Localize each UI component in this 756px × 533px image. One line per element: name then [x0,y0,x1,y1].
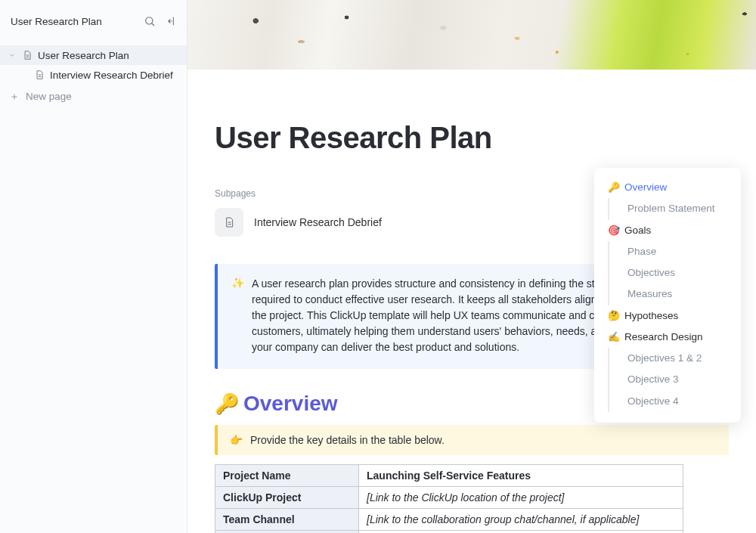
toc-item[interactable]: 🤔Hypotheses [597,305,738,327]
sidebar-item-root[interactable]: User Research Plan [0,45,187,65]
table-row: Team Channel[Link to the collaboration g… [215,509,683,531]
toc-item-icon: ✍️ [608,330,620,345]
svg-line-1 [152,23,154,26]
page-title: User Research Plan [215,121,729,155]
toc-item-label: Measures [627,287,672,302]
sparkle-icon: ✨ [231,277,244,355]
toc-item[interactable]: Objectives 1 & 2 [608,348,738,369]
plus-icon [9,91,20,102]
toc-item[interactable]: Problem Statement [608,198,738,219]
table-key: Project Name [215,465,359,487]
table-value[interactable]: [Link to the collaboration group chat/ch… [359,509,683,531]
new-page-label: New page [26,91,72,102]
overview-table: Project NameLaunching Self-Service Featu… [215,464,683,533]
toc-panel: 🔑OverviewProblem Statement🎯GoalsPhaseObj… [594,168,741,423]
search-icon[interactable] [143,14,156,28]
toc-item[interactable]: ✍️Research Design [597,327,738,348]
table-key: Team Channel [215,509,359,531]
new-page-button[interactable]: New page [0,85,187,108]
sidebar-title: User Research Plan [11,16,102,27]
toc-item[interactable]: 🔑Overview [597,177,738,198]
toc-item-label: Goals [624,223,651,238]
toc-item-icon: 🔑 [608,180,620,195]
collapse-sidebar-icon[interactable] [164,14,178,28]
sidebar-header: User Research Plan [0,0,187,42]
chevron-down-icon[interactable] [8,51,17,60]
point-right-icon: 👉 [230,434,243,446]
hero-image [187,0,756,70]
toc-item[interactable]: Objectives [608,262,738,284]
table-row: Project NameLaunching Self-Service Featu… [215,465,683,487]
table-key: ClickUp Project [215,487,359,509]
toc-item-label: Hypotheses [624,308,678,324]
table-key: Project Manager [215,531,359,534]
toc-item-label: Research Design [624,330,703,345]
key-icon: 🔑 [215,392,239,416]
tip-callout: 👉 Provide the key details in the table b… [215,425,729,455]
toc-item-label: Problem Statement [627,201,715,216]
doc-icon [21,49,33,61]
toc-item[interactable]: Phase [608,241,738,262]
toc-item-label: Objectives 1 & 2 [627,351,702,366]
overview-heading-text: Overview [243,392,338,416]
sidebar-item-child[interactable]: Interview Research Debrief [0,65,187,85]
toc-item-icon: 🎯 [608,223,620,238]
main: User Research Plan Subpages Interview Re… [187,0,756,533]
svg-point-0 [146,17,153,24]
subpage-link: Interview Research Debrief [254,216,382,228]
sidebar: User Research Plan User Research Plan [0,0,187,533]
toc-item[interactable]: Measures [608,284,738,305]
toc-item[interactable]: Objective 3 [608,369,738,390]
toc-item[interactable]: 🎯Goals [597,220,738,241]
toc-item-label: Phase [627,244,656,259]
table-value[interactable]: Launching Self-Service Features [359,465,683,487]
tip-text: Provide the key details in the table bel… [250,434,445,446]
table-value[interactable]: @mention the project manager [359,531,683,534]
toc-item-label: Overview [624,180,667,195]
toc-item-icon: 🤔 [608,308,620,324]
table-value[interactable]: [Link to the ClickUp location of the pro… [359,487,683,509]
table-row: ClickUp Project[Link to the ClickUp loca… [215,487,683,509]
toc-item[interactable]: Objective 4 [608,391,738,412]
doc-icon [215,208,243,237]
sidebar-item-label: User Research Plan [38,50,129,61]
toc-item-label: Objectives [627,265,675,280]
toc-item-label: Objective 3 [627,372,679,387]
sidebar-item-label: Interview Research Debrief [50,70,173,81]
toc-item-label: Objective 4 [627,394,679,409]
sidebar-tree: User Research Plan Interview Research De… [0,42,187,111]
table-row: Project Manager@mention the project mana… [215,531,683,534]
doc-icon [33,69,45,81]
